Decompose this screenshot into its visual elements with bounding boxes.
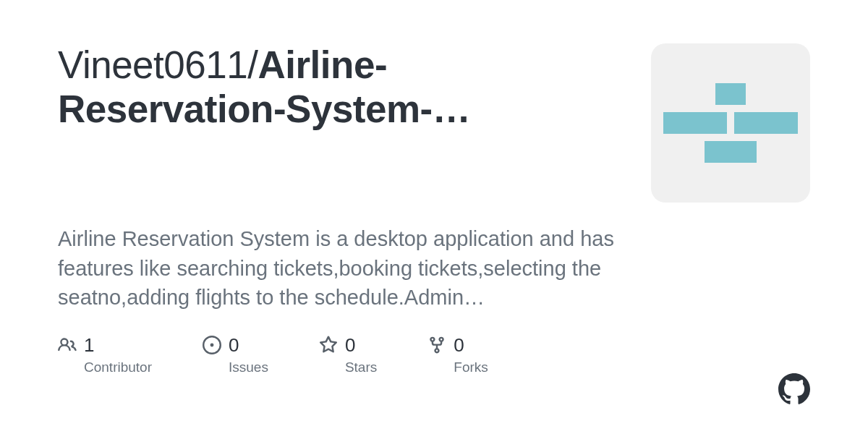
stat-issues: 0 Issues: [203, 334, 268, 375]
stat-stars: 0 Stars: [319, 334, 377, 375]
avatar-row: [663, 112, 798, 134]
stats-row: 1 Contributor 0 Issues 0 Stars: [58, 334, 810, 375]
stat-contributors: 1 Contributor: [58, 334, 152, 375]
header-row: Vineet0611/Airline-Reservation-System-…: [58, 43, 810, 203]
stat-value: 0: [345, 334, 355, 357]
people-icon: [58, 336, 77, 354]
stat-value: 0: [454, 334, 464, 357]
avatar-row: [705, 141, 757, 163]
avatar-block: [705, 141, 757, 163]
title-section: Vineet0611/Airline-Reservation-System-…: [58, 43, 608, 132]
repo-name-bold: Airline: [258, 43, 374, 86]
repo-description: Airline Reservation System is a desktop …: [58, 224, 637, 312]
stat-value: 1: [84, 334, 94, 357]
stat-label: Contributor: [84, 359, 152, 375]
social-preview-card: Vineet0611/Airline-Reservation-System-… …: [0, 0, 868, 434]
avatar-row: [715, 83, 746, 105]
avatar-block: [734, 112, 798, 134]
stat-label: Forks: [454, 359, 488, 375]
stat-forks: 0 Forks: [427, 334, 488, 375]
avatar-block: [663, 112, 727, 134]
issue-icon: [203, 336, 221, 354]
stat-label: Issues: [229, 359, 268, 375]
github-logo-icon: [778, 373, 810, 405]
stat-value: 0: [229, 334, 239, 357]
star-icon: [319, 336, 338, 354]
stat-label: Stars: [345, 359, 377, 375]
avatar-block: [715, 83, 746, 105]
repo-separator: /: [247, 43, 258, 86]
fork-icon: [427, 336, 446, 354]
repo-owner: Vineet0611: [58, 43, 247, 86]
repo-title: Vineet0611/Airline-Reservation-System-…: [58, 43, 608, 132]
repo-avatar: [651, 43, 810, 203]
